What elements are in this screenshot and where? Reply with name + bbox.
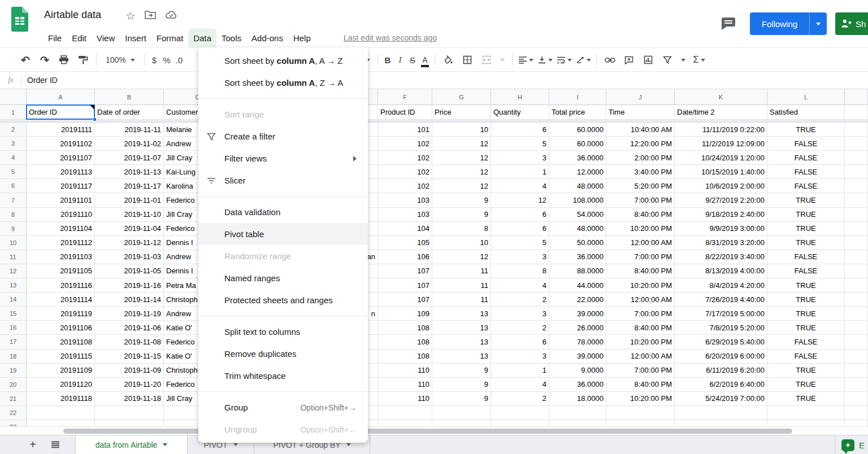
cell-A3[interactable]: 20191102	[27, 137, 95, 151]
cell-I11[interactable]: 36.0000	[549, 250, 606, 264]
cell-L13[interactable]: TRUE	[767, 278, 845, 293]
cell-H14[interactable]: 2	[491, 293, 549, 307]
cell-L7[interactable]: TRUE	[767, 193, 845, 207]
cell-B8[interactable]: 2019-11-10	[95, 208, 164, 222]
cell-B2[interactable]: 2019-11-11	[95, 123, 164, 137]
cell-M22[interactable]	[845, 406, 868, 420]
cell-K18[interactable]: 6/20/2019 6:00:00	[675, 350, 767, 364]
cell-L1[interactable]: Satisfied	[767, 105, 845, 120]
cell-H10[interactable]: 5	[491, 236, 549, 250]
col-header-L[interactable]: L	[767, 89, 845, 105]
cell-K4[interactable]: 10/24/2019 1:20:00	[675, 151, 767, 165]
col-header-B[interactable]: B	[95, 89, 164, 105]
cell-B20[interactable]: 2019-11-20	[95, 378, 164, 392]
menubar-view[interactable]: View	[92, 28, 120, 47]
cell-G14[interactable]: 11	[432, 293, 491, 307]
sheet-tab-dropdown-icon[interactable]	[163, 443, 167, 446]
cell-F22[interactable]	[378, 406, 432, 420]
cell-M13[interactable]	[845, 278, 868, 293]
cell-G10[interactable]: 10	[432, 236, 491, 250]
decrease-decimal-icon[interactable]: .0	[173, 51, 185, 68]
cell-L6[interactable]: FALSE	[767, 179, 845, 193]
cell-I8[interactable]: 54.0000	[549, 208, 606, 222]
cell-L23[interactable]	[767, 420, 845, 426]
cell-F8[interactable]: 103	[378, 208, 432, 222]
cell-H23[interactable]	[491, 420, 549, 426]
cell-K10[interactable]: 8/31/2019 3:20:00	[675, 236, 767, 250]
cell-K16[interactable]: 7/8/2019 5:20:00	[675, 321, 767, 335]
cell-M11[interactable]	[845, 250, 868, 264]
cell-A17[interactable]: 20191108	[27, 335, 95, 349]
cell-G16[interactable]: 13	[432, 321, 491, 335]
cell-A8[interactable]: 20191110	[27, 208, 95, 222]
row-header-20[interactable]: 20	[0, 378, 27, 392]
cell-A10[interactable]: 20191112	[27, 236, 95, 250]
cell-A15[interactable]: 20191119	[27, 307, 95, 321]
menu-item-pivot-table[interactable]: Pivot table	[198, 223, 368, 245]
cell-F18[interactable]: 108	[378, 350, 432, 364]
cell-I22[interactable]	[549, 406, 606, 420]
document-title[interactable]: Airtable data	[44, 9, 101, 21]
horizontal-scrollbar-thumb[interactable]	[63, 429, 792, 434]
cell-B4[interactable]: 2019-11-07	[95, 151, 164, 165]
row-header-22[interactable]: 22	[0, 406, 27, 420]
cell-A2[interactable]: 20191111	[27, 123, 95, 137]
cell-H2[interactable]: 6	[491, 123, 549, 137]
sheet-tab-dropdown-icon[interactable]	[346, 443, 351, 446]
cell-G7[interactable]: 9	[432, 193, 491, 207]
row-header-2[interactable]: 2	[0, 123, 27, 137]
menubar-file[interactable]: File	[43, 28, 67, 47]
cell-L21[interactable]: TRUE	[767, 392, 845, 406]
menubar-insert[interactable]: Insert	[120, 28, 151, 47]
cell-H4[interactable]: 3	[491, 151, 549, 165]
cell-J15[interactable]: 7:00:00 PM	[606, 307, 675, 321]
last-edit-link[interactable]: Last edit was seconds ago	[344, 29, 437, 46]
cell-K6[interactable]: 10/6/2019 2:00:00	[675, 179, 767, 193]
cell-H11[interactable]: 3	[491, 250, 549, 264]
cell-G5[interactable]: 12	[432, 165, 491, 179]
cell-F15[interactable]: 109	[378, 307, 432, 321]
row-header-3[interactable]: 3	[0, 137, 27, 151]
text-wrap-icon[interactable]	[554, 51, 574, 68]
cell-K7[interactable]: 9/27/2019 2:20:00	[675, 193, 767, 207]
all-sheets-icon[interactable]	[44, 435, 67, 454]
row-header-5[interactable]: 5	[0, 165, 27, 179]
cell-F4[interactable]: 102	[378, 151, 432, 165]
cell-A7[interactable]: 20191101	[27, 193, 95, 207]
cell-A13[interactable]: 20191116	[27, 278, 95, 293]
sheet-tab-data-from-airtable[interactable]: data from Airtable	[75, 435, 188, 454]
cloud-saved-icon[interactable]	[165, 10, 177, 21]
cell-L17[interactable]: FALSE	[767, 335, 845, 349]
cell-M2[interactable]	[845, 123, 868, 137]
cell-A11[interactable]: 20191103	[27, 250, 95, 264]
row-header-7[interactable]: 7	[0, 193, 27, 207]
cell-B17[interactable]: 2019-11-08	[95, 335, 164, 349]
cell-I14[interactable]: 22.0000	[549, 293, 606, 307]
cell-B11[interactable]: 2019-11-03	[95, 250, 164, 264]
fill-color-icon[interactable]	[439, 51, 458, 68]
cell-L12[interactable]: FALSE	[767, 264, 845, 278]
menu-item-create-a-filter[interactable]: Create a filter	[198, 125, 368, 147]
row-header-10[interactable]: 10	[0, 236, 27, 250]
cell-J17[interactable]: 10:20:00 PM	[606, 335, 675, 349]
cell-L22[interactable]	[767, 406, 845, 420]
cell-J3[interactable]: 12:20:00 PM	[606, 137, 675, 151]
cell-M15[interactable]	[845, 307, 868, 321]
menu-item-slicer[interactable]: Slicer	[198, 169, 368, 191]
cell-G18[interactable]: 13	[432, 350, 491, 364]
select-all-corner[interactable]	[0, 89, 27, 105]
cell-G21[interactable]: 9	[432, 392, 491, 406]
cell-B18[interactable]: 2019-11-15	[95, 350, 164, 364]
cell-M20[interactable]	[845, 378, 868, 392]
cell-I4[interactable]: 36.0000	[549, 151, 606, 165]
cell-G11[interactable]: 12	[432, 250, 491, 264]
cell-J8[interactable]: 8:40:00 PM	[606, 208, 675, 222]
insert-comment-icon[interactable]	[619, 51, 639, 68]
formula-bar-value[interactable]: Order ID	[22, 76, 58, 85]
cell-I7[interactable]: 108.0000	[549, 193, 606, 207]
cell-M21[interactable]	[845, 392, 868, 406]
cell-G2[interactable]: 10	[432, 123, 491, 137]
cell-K11[interactable]: 8/22/2019 3:40:00	[675, 250, 767, 264]
cell-K1[interactable]: Date/time 2	[675, 105, 767, 120]
cell-K3[interactable]: 11/2/2019 12:09:00	[675, 137, 767, 151]
